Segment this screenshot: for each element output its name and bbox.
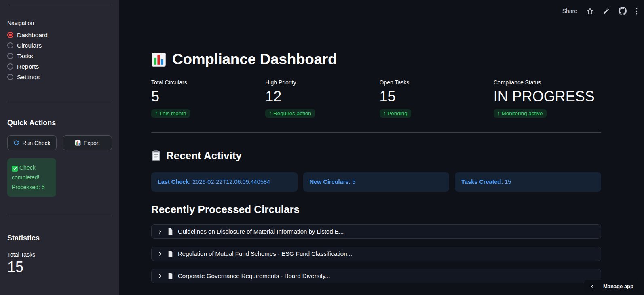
metric-high-priority: High Priority 12 ↑ Requires action — [265, 79, 373, 118]
quick-actions-title: Quick Actions — [7, 119, 112, 127]
radio-unselected-icon — [7, 74, 13, 80]
metric-delta-label: Monitoring active — [502, 110, 543, 116]
main-area: Share — [119, 0, 644, 295]
radio-selected-icon — [7, 32, 13, 38]
metrics-row: Total Circulars 5 ↑ This month High Prio… — [151, 79, 601, 118]
share-button[interactable]: Share — [562, 8, 577, 14]
info-label: Last Check: — [158, 179, 191, 185]
overflow-menu-icon[interactable] — [636, 7, 638, 15]
metric-value: 5 — [151, 88, 259, 105]
up-arrow-icon: ↑ — [155, 110, 158, 116]
expander-title: Corporate Governance Requirements - Boar… — [178, 272, 330, 279]
edit-pencil-icon[interactable] — [603, 8, 610, 15]
bar-chart-icon — [151, 52, 166, 67]
circular-expander[interactable]: Corporate Governance Requirements - Boar… — [151, 269, 601, 283]
metric-delta-label: Requires action — [273, 110, 311, 116]
metric-delta-badge: ↑ Pending — [380, 109, 411, 118]
export-button[interactable]: Export — [63, 135, 112, 150]
metric-delta-badge: ↑ Monitoring active — [494, 109, 547, 118]
info-value: 5 — [352, 179, 355, 185]
app-toolbar: Share — [562, 7, 638, 15]
sidebar-item-settings[interactable]: Settings — [7, 74, 112, 80]
manage-app-button[interactable]: Manage app — [584, 280, 639, 293]
quick-actions-buttons: Run Check Export — [7, 135, 112, 150]
metric-value: 12 — [265, 88, 373, 105]
chevron-right-icon — [157, 273, 163, 279]
info-tasks-created: Tasks Created: 15 — [455, 172, 601, 192]
bar-chart-icon — [75, 140, 81, 146]
chevron-right-icon — [157, 229, 163, 234]
metric-value: IN PROGRESS — [494, 88, 601, 105]
info-value: 15 — [505, 179, 511, 185]
info-label: New Circulars: — [310, 179, 351, 185]
document-icon — [168, 273, 173, 279]
sidebar-divider — [7, 216, 112, 216]
circulars-section-title: Recently Processed Circulars — [151, 203, 601, 216]
total-tasks-value: 15 — [7, 259, 112, 276]
radio-label: Reports — [17, 63, 39, 70]
chevron-left-icon — [590, 284, 595, 289]
metric-label: High Priority — [265, 79, 373, 86]
metric-value: 15 — [380, 88, 487, 105]
metric-total-circulars: Total Circulars 5 ↑ This month — [151, 79, 259, 118]
section-divider — [151, 132, 601, 133]
recent-activity-title: Recent Activity — [166, 150, 242, 162]
info-new-circulars: New Circulars: 5 — [303, 172, 450, 192]
metric-delta-label: This month — [159, 110, 186, 116]
check-icon — [12, 166, 18, 172]
circular-expander[interactable]: Regulation of Mutual Fund Schemes - ESG … — [151, 247, 601, 261]
github-icon[interactable] — [619, 7, 627, 15]
info-label: Tasks Created: — [461, 179, 503, 185]
sidebar: Navigation Dashboard Circulars Tasks Rep… — [0, 0, 119, 295]
sidebar-item-reports[interactable]: Reports — [7, 63, 112, 70]
success-alert: Check completed! Processed: 5 — [7, 158, 56, 197]
info-value: 2026-02-22T12:06:09.440584 — [192, 179, 270, 185]
metric-delta-badge: ↑ This month — [151, 109, 190, 118]
export-label: Export — [84, 140, 100, 146]
radio-label: Dashboard — [17, 32, 48, 39]
sidebar-divider — [7, 101, 112, 101]
statistics-title: Statistics — [7, 234, 112, 242]
metric-delta-label: Pending — [387, 110, 408, 116]
navigation-radio-group: Dashboard Circulars Tasks Reports Settin… — [7, 32, 112, 80]
navigation-label: Navigation — [7, 20, 112, 26]
document-icon — [168, 228, 173, 235]
document-icon — [168, 251, 173, 257]
radio-label: Settings — [17, 74, 40, 81]
manage-app-label: Manage app — [603, 283, 633, 289]
radio-label: Tasks — [17, 53, 33, 60]
star-icon[interactable] — [586, 7, 594, 15]
expander-title: Regulation of Mutual Fund Schemes - ESG … — [178, 250, 352, 257]
refresh-icon — [13, 140, 19, 146]
sidebar-item-dashboard[interactable]: Dashboard — [7, 32, 112, 38]
page-content: Compliance Dashboard Total Circulars 5 ↑… — [151, 0, 601, 283]
radio-unselected-icon — [7, 42, 13, 48]
metric-label: Open Tasks — [380, 79, 487, 86]
metric-open-tasks: Open Tasks 15 ↑ Pending — [380, 79, 487, 118]
radio-unselected-icon — [7, 53, 13, 59]
sidebar-item-circulars[interactable]: Circulars — [7, 42, 112, 49]
chevron-right-icon — [157, 251, 163, 257]
sidebar-item-tasks[interactable]: Tasks — [7, 53, 112, 59]
run-check-label: Run Check — [22, 140, 50, 146]
metric-delta-badge: ↑ Requires action — [265, 109, 315, 118]
run-check-button[interactable]: Run Check — [7, 135, 57, 150]
up-arrow-icon: ↑ — [497, 110, 500, 116]
up-arrow-icon: ↑ — [383, 110, 386, 116]
metric-label: Total Circulars — [151, 79, 259, 86]
info-boxes-row: Last Check: 2026-02-22T12:06:09.440584 N… — [151, 172, 601, 192]
metric-compliance-status: Compliance Status IN PROGRESS ↑ Monitori… — [494, 79, 601, 118]
clipboard-icon — [151, 150, 161, 161]
sidebar-top-divider — [7, 4, 112, 4]
expander-title: Guidelines on Disclosure of Material Inf… — [178, 228, 344, 235]
up-arrow-icon: ↑ — [269, 110, 272, 116]
radio-label: Circulars — [17, 42, 42, 49]
page-title: Compliance Dashboard — [172, 51, 337, 68]
circulars-expander-list: Guidelines on Disclosure of Material Inf… — [151, 224, 601, 283]
total-tasks-label: Total Tasks — [7, 251, 112, 258]
app-window: Navigation Dashboard Circulars Tasks Rep… — [0, 0, 644, 295]
info-last-check: Last Check: 2026-02-22T12:06:09.440584 — [151, 172, 298, 192]
radio-unselected-icon — [7, 63, 13, 70]
circular-expander[interactable]: Guidelines on Disclosure of Material Inf… — [151, 224, 601, 239]
recent-activity-heading: Recent Activity — [151, 150, 601, 162]
